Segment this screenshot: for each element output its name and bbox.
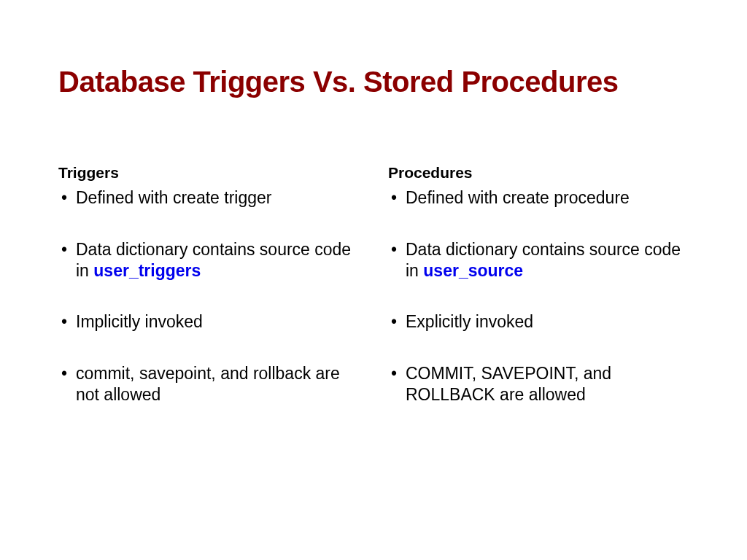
list-item: Defined with create trigger — [58, 187, 359, 209]
list-item: Data dictionary contains source code in … — [58, 239, 359, 281]
list-item: commit, savepoint, and rollback are not … — [58, 363, 359, 405]
list-item: Implicitly invoked — [58, 311, 359, 332]
list-item: Data dictionary contains source code in … — [388, 239, 689, 281]
list-item-text: Explicitly invoked — [406, 312, 533, 331]
triggers-column: Triggers Defined with create trigger Dat… — [58, 164, 359, 436]
procedures-list: Defined with create procedure Data dicti… — [388, 187, 689, 405]
list-item-text: Implicitly invoked — [76, 312, 203, 331]
list-item-text: Defined with create procedure — [406, 188, 630, 207]
list-item-text: COMMIT, SAVEPOINT, and ROLLBACK are allo… — [406, 364, 611, 404]
list-item: Defined with create procedure — [388, 187, 689, 209]
triggers-heading: Triggers — [58, 164, 359, 182]
slide-title: Database Triggers Vs. Stored Procedures — [58, 66, 689, 98]
procedures-column: Procedures Defined with create procedure… — [388, 164, 689, 436]
list-item-text: Defined with create trigger — [76, 188, 271, 207]
list-item-text: commit, savepoint, and rollback are not … — [76, 364, 340, 404]
procedures-heading: Procedures — [388, 164, 689, 182]
comparison-columns: Triggers Defined with create trigger Dat… — [58, 164, 689, 436]
list-item: Explicitly invoked — [388, 311, 689, 332]
triggers-list: Defined with create trigger Data diction… — [58, 187, 359, 405]
keyword-highlight: user_triggers — [93, 261, 201, 280]
keyword-highlight: user_source — [423, 261, 523, 280]
list-item: COMMIT, SAVEPOINT, and ROLLBACK are allo… — [388, 363, 689, 405]
